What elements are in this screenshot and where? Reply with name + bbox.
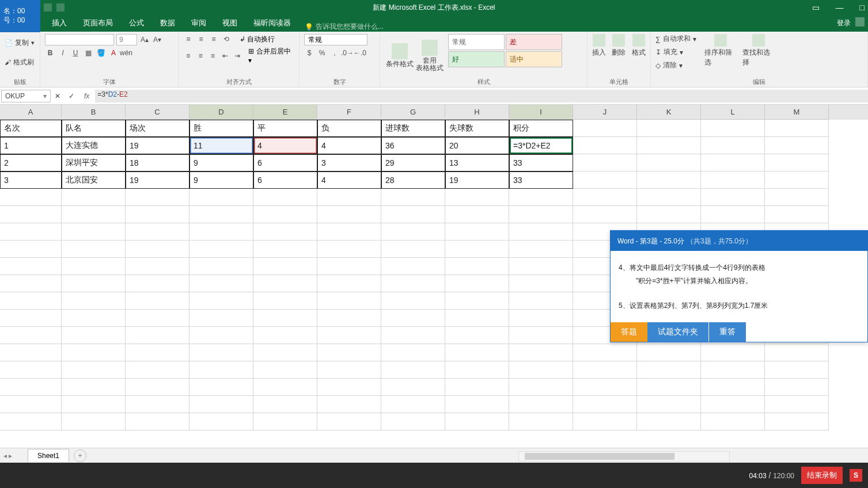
cell[interactable]: 3	[317, 154, 381, 171]
conditional-format-button[interactable]: 条件格式	[385, 34, 415, 78]
cell[interactable]	[0, 258, 62, 275]
cell[interactable]: 北京国安	[62, 171, 126, 189]
cell[interactable]	[317, 361, 381, 379]
col-header-M[interactable]: M	[765, 105, 829, 120]
col-header-B[interactable]: B	[62, 105, 126, 120]
col-header-F[interactable]: F	[317, 105, 381, 120]
font-size-combo[interactable]: 9	[116, 34, 137, 45]
cell[interactable]	[765, 413, 829, 430]
cell[interactable]	[317, 413, 381, 430]
cell[interactable]: 6	[253, 171, 317, 189]
delete-button[interactable]: 删除	[612, 34, 626, 58]
cell[interactable]: 名次	[0, 120, 62, 137]
decrease-font-icon[interactable]: A▾	[152, 35, 162, 45]
style-bad[interactable]: 差	[506, 34, 562, 50]
cell[interactable]	[381, 379, 445, 396]
cell[interactable]	[62, 275, 126, 292]
col-header-J[interactable]: J	[573, 105, 637, 120]
cell[interactable]: 大连实德	[62, 137, 126, 154]
cell[interactable]	[253, 241, 317, 258]
cell[interactable]	[637, 396, 701, 413]
cell[interactable]	[573, 344, 637, 361]
cell[interactable]: 4	[317, 171, 381, 189]
cell[interactable]	[765, 344, 829, 361]
cell[interactable]	[509, 379, 573, 396]
cell[interactable]	[445, 327, 509, 344]
cancel-formula-icon[interactable]: ✕	[53, 92, 62, 100]
wrap-text-button[interactable]: ↲ 自动换行	[240, 35, 275, 44]
cell[interactable]	[0, 379, 62, 396]
cell[interactable]: 36	[381, 137, 445, 154]
cell[interactable]	[701, 154, 765, 171]
cell[interactable]: 33	[509, 171, 573, 189]
percent-icon[interactable]: %	[317, 48, 327, 58]
fx-icon[interactable]: fx	[84, 92, 89, 100]
cell[interactable]	[126, 396, 189, 413]
cell[interactable]	[317, 327, 381, 344]
cell[interactable]	[701, 361, 765, 379]
cell-I2-active[interactable]: =3*D2+E2	[509, 137, 573, 154]
autosum-button[interactable]: ∑ 自动求和 ▾	[655, 34, 696, 44]
comma-icon[interactable]: ,	[329, 48, 340, 58]
cell[interactable]	[189, 292, 253, 310]
cell[interactable]	[62, 396, 126, 413]
cell[interactable]	[637, 189, 701, 206]
cell[interactable]	[189, 413, 253, 430]
cell[interactable]	[0, 310, 62, 327]
cell[interactable]	[126, 413, 189, 430]
cell[interactable]	[0, 292, 62, 310]
tab-review[interactable]: 审阅	[183, 14, 214, 32]
sheet-tab[interactable]: Sheet1	[28, 449, 69, 462]
cell[interactable]	[189, 275, 253, 292]
cell[interactable]	[0, 275, 62, 292]
insert-button[interactable]: 插入	[592, 34, 606, 58]
sort-filter-button[interactable]: 排序和筛选	[704, 34, 737, 78]
sheet-nav[interactable]: ◂ ▸	[0, 452, 28, 460]
cell[interactable]	[637, 206, 701, 223]
align-left-icon[interactable]: ≡	[183, 51, 193, 61]
align-bottom-icon[interactable]: ≡	[209, 34, 219, 44]
cell[interactable]	[189, 189, 253, 206]
cell[interactable]	[445, 379, 509, 396]
cell[interactable]: 6	[253, 154, 317, 171]
cell[interactable]	[317, 189, 381, 206]
tab-foxit[interactable]: 福昕阅读器	[245, 14, 299, 32]
cell[interactable]	[126, 241, 189, 258]
italic-icon[interactable]: I	[58, 48, 68, 58]
cell[interactable]: 29	[381, 154, 445, 171]
cell[interactable]	[253, 413, 317, 430]
cell[interactable]	[509, 344, 573, 361]
cell[interactable]	[509, 189, 573, 206]
cell[interactable]	[381, 396, 445, 413]
cell[interactable]	[189, 206, 253, 223]
cell[interactable]	[637, 137, 701, 154]
cell[interactable]	[701, 379, 765, 396]
fill-button[interactable]: ↧ 填充 ▾	[655, 47, 696, 57]
cell[interactable]	[445, 413, 509, 430]
cell[interactable]	[765, 189, 829, 206]
cell[interactable]	[381, 344, 445, 361]
cell[interactable]: 18	[126, 154, 189, 171]
cell[interactable]	[637, 413, 701, 430]
cell[interactable]	[637, 379, 701, 396]
cell[interactable]: 33	[509, 154, 573, 171]
orientation-icon[interactable]: ⟲	[221, 34, 232, 44]
cell[interactable]: 9	[189, 171, 253, 189]
enter-formula-icon[interactable]: ✓	[67, 92, 76, 100]
cell[interactable]	[445, 344, 509, 361]
cell[interactable]	[381, 275, 445, 292]
end-record-button[interactable]: 结束录制	[801, 467, 843, 484]
cell[interactable]	[62, 327, 126, 344]
col-header-H[interactable]: H	[445, 105, 509, 120]
cell[interactable]	[765, 137, 829, 154]
cell[interactable]: 20	[445, 137, 509, 154]
border-icon[interactable]: ▦	[83, 48, 93, 58]
cell[interactable]	[253, 379, 317, 396]
cell[interactable]	[509, 275, 573, 292]
cell[interactable]	[317, 223, 381, 241]
cell[interactable]	[126, 379, 189, 396]
cell[interactable]	[126, 292, 189, 310]
increase-font-icon[interactable]: A▴	[139, 35, 150, 45]
cell[interactable]	[126, 361, 189, 379]
cell[interactable]	[62, 361, 126, 379]
